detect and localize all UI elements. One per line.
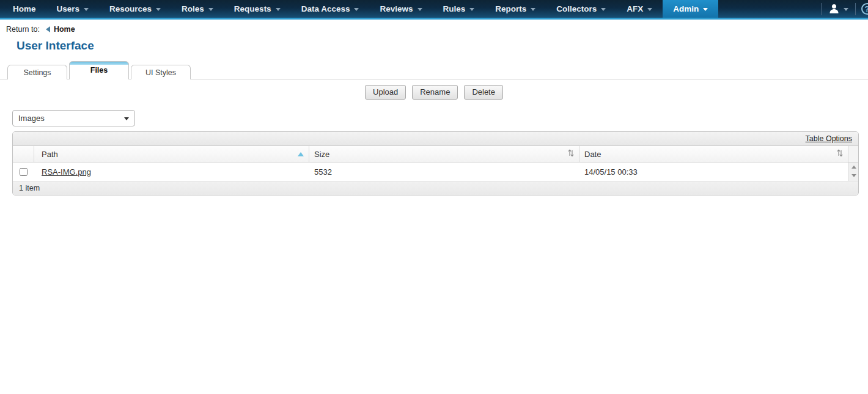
chevron-down-icon [276,8,281,11]
column-header-path[interactable]: Path [34,146,309,162]
nav-separator [821,3,822,15]
nav-item-afx[interactable]: AFX [616,0,663,18]
tab-bar: Settings Files UI Styles [0,60,868,79]
row-checkbox-cell [13,162,34,181]
nav-item-users[interactable]: Users [46,0,100,18]
nav-item-requests[interactable]: Requests [224,0,291,18]
header-scrollbar-spacer [848,146,858,162]
sortable-icon [837,149,843,159]
header-checkbox-column [13,146,34,162]
tab-files[interactable]: Files [69,61,129,79]
nav-item-label: AFX [627,4,643,13]
nav-separator [855,3,856,15]
chevron-down-icon [124,117,129,120]
nav-item-label: Users [57,4,80,13]
column-label: Size [314,150,329,159]
row-size-cell: 5532 [309,162,579,181]
nav-item-collectors[interactable]: Collectors [546,0,616,18]
nav-item-label: Roles [182,4,204,13]
nav-item-data-access[interactable]: Data Access [291,0,370,18]
page-title: User Interface [17,39,868,53]
column-label: Path [42,150,58,159]
row-checkbox[interactable] [20,168,28,176]
chevron-down-icon [156,8,161,11]
row-date-cell: 14/05/15 00:33 [579,162,848,181]
tab-label: Files [90,66,108,75]
help-icon[interactable]: ? [861,3,868,15]
chevron-down-icon [703,8,708,11]
chevron-down-icon [647,8,652,11]
navbar-right-controls: ? [821,0,868,18]
column-label: Date [584,150,601,159]
nav-item-label: Home [13,4,36,13]
nav-item-reports[interactable]: Reports [485,0,546,18]
scroll-up-icon [851,166,856,169]
table-options-bar: Table Options [13,132,858,146]
rename-button[interactable]: Rename [412,85,458,100]
scroll-up-button[interactable] [849,162,858,171]
sortable-icon [568,149,574,159]
nav-item-resources[interactable]: Resources [99,0,171,18]
chevron-down-icon [531,8,535,11]
table-footer: 1 item [13,181,858,195]
breadcrumb: Return to: Home [0,20,868,34]
nav-item-label: Resources [109,4,152,13]
breadcrumb-prefix: Return to: [6,25,40,34]
chevron-down-icon [469,8,474,11]
tab-settings[interactable]: Settings [7,65,67,79]
top-navbar: Home Users Resources Roles Requests Data… [0,0,868,20]
tab-ui-styles[interactable]: UI Styles [131,65,191,79]
chevron-down-icon [601,8,606,11]
nav-item-label: Data Access [301,4,350,13]
delete-button[interactable]: Delete [464,85,503,100]
chevron-down-icon [354,8,359,11]
chevron-down-icon [417,8,422,11]
table-header-row: Path Size Date [13,146,858,162]
row-path-cell: RSA-IMG.png [34,162,309,181]
column-header-size[interactable]: Size [309,146,579,162]
dropdown-selected-value: Images [18,114,45,123]
nav-item-home[interactable]: Home [2,0,46,18]
column-header-date[interactable]: Date [579,146,848,162]
user-icon [828,3,840,15]
files-table: Table Options Path Size Date [12,131,859,195]
chevron-down-icon [844,8,848,11]
chevron-down-icon [84,8,89,11]
nav-item-label: Collectors [556,4,597,13]
file-type-dropdown[interactable]: Images [12,110,135,126]
nav-item-roles[interactable]: Roles [171,0,224,18]
file-actions-toolbar: Upload Rename Delete [0,85,868,100]
nav-item-reviews[interactable]: Reviews [369,0,432,18]
upload-button[interactable]: Upload [365,85,406,100]
table-row: RSA-IMG.png 5532 14/05/15 00:33 [13,162,858,181]
nav-item-label: Admin [673,4,699,13]
breadcrumb-home-link[interactable]: Home [54,25,75,34]
scroll-down-button[interactable] [849,171,858,180]
return-left-triangle-icon [46,26,50,32]
nav-item-admin[interactable]: Admin [663,0,718,18]
user-menu-button[interactable] [827,3,850,15]
item-count: 1 item [19,184,40,192]
tab-label: Settings [23,68,51,77]
scroll-down-icon [851,174,856,177]
table-options-link[interactable]: Table Options [806,134,852,143]
chevron-down-icon [208,8,213,11]
nav-item-label: Reports [495,4,526,13]
nav-item-rules[interactable]: Rules [433,0,485,18]
table-scrollbar[interactable] [848,162,858,181]
nav-item-label: Reviews [380,4,413,13]
nav-item-label: Requests [234,4,271,13]
sort-ascending-icon [298,152,304,156]
file-link[interactable]: RSA-IMG.png [42,167,91,177]
nav-item-label: Rules [443,4,466,13]
tab-label: UI Styles [145,68,176,77]
